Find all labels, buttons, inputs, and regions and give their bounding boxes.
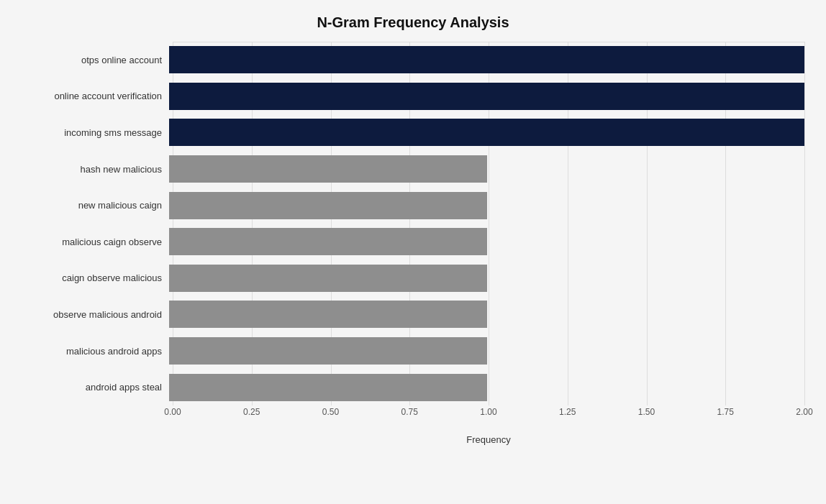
chart-area: otps online accountonline account verifi…: [22, 42, 804, 445]
x-axis: 0.000.250.500.751.001.251.501.752.00 Fre…: [22, 407, 804, 445]
chart-title: N-Gram Frequency Analysis: [22, 14, 804, 31]
bar-label: caign observe malicious: [22, 272, 169, 283]
bar-label: android apps steal: [22, 382, 169, 393]
bar: [169, 83, 804, 110]
bar-label: malicious android apps: [22, 346, 169, 357]
x-tick: 0.50: [322, 407, 339, 417]
grid-line: [804, 42, 805, 406]
bar: [169, 192, 487, 219]
bar: [169, 228, 487, 255]
x-tick: 1.50: [638, 407, 655, 417]
bar-row: incoming sms message: [22, 114, 804, 151]
x-tick: 0.75: [401, 407, 418, 417]
x-tick: 2.00: [796, 407, 812, 417]
x-axis-label: Frequency: [173, 434, 804, 445]
bar-row: malicious caign observe: [22, 224, 804, 260]
bar: [169, 155, 487, 183]
bar-track: [169, 263, 804, 294]
bar-track: [169, 81, 804, 112]
bar-label: hash new malicious: [22, 164, 169, 175]
bar-track: [169, 372, 804, 403]
bar-row: caign observe malicious: [22, 260, 804, 297]
bar: [169, 265, 487, 292]
bar-label: new malicious caign: [22, 200, 169, 211]
x-tick: 1.25: [559, 407, 576, 417]
bar-row: hash new malicious: [22, 151, 804, 188]
bar: [169, 46, 804, 73]
bar-label: online account verification: [22, 91, 169, 101]
x-tick: 0.25: [243, 407, 260, 417]
bar-label: observe malicious android: [22, 309, 169, 320]
bar-row: android apps steal: [22, 369, 804, 406]
chart-container: N-Gram Frequency Analysis otps online ac…: [0, 0, 826, 504]
bar: [169, 374, 487, 401]
bar-label: incoming sms message: [22, 127, 169, 138]
x-tick: 1.75: [717, 407, 734, 417]
bar-track: [169, 299, 804, 330]
bar-row: malicious android apps: [22, 333, 804, 370]
bar-row: observe malicious android: [22, 296, 804, 333]
x-tick: 0.00: [164, 407, 181, 417]
bar-track: [169, 226, 804, 257]
bar: [169, 119, 804, 146]
bars-section: otps online accountonline account verifi…: [22, 42, 804, 406]
bar-row: otps online account: [22, 42, 804, 78]
bar-track: [169, 336, 804, 367]
bar-row: new malicious caign: [22, 187, 804, 224]
bar-track: [169, 117, 804, 148]
bar: [169, 337, 487, 365]
bar-row: online account verification: [22, 78, 804, 115]
bar-track: [169, 45, 804, 75]
bar: [169, 301, 487, 328]
bar-label: otps online account: [22, 55, 169, 65]
bar-label: malicious caign observe: [22, 237, 169, 247]
x-tick: 1.00: [480, 407, 496, 417]
bar-track: [169, 154, 804, 185]
bar-track: [169, 190, 804, 221]
